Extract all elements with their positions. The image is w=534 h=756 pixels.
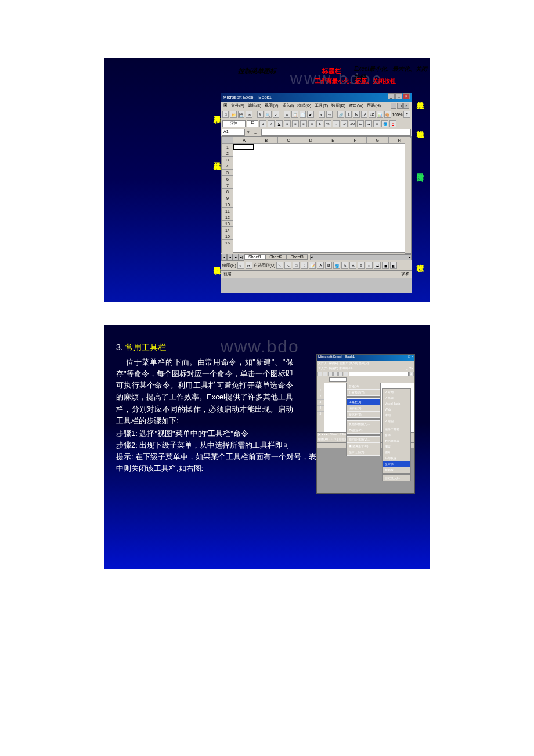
menu-view[interactable]: 视图(V): [265, 103, 278, 109]
rotate-icon[interactable]: ⟳: [246, 262, 252, 269]
drawing-icon[interactable]: 🎨: [384, 111, 391, 118]
name-box[interactable]: A1: [222, 129, 245, 136]
copy-icon[interactable]: 📋: [291, 111, 298, 118]
close-button[interactable]: ×: [403, 93, 410, 99]
align-center-icon[interactable]: ≡: [292, 120, 299, 127]
new-icon[interactable]: □: [222, 111, 229, 118]
col-header-g[interactable]: G: [367, 137, 389, 143]
col-header-a[interactable]: A: [233, 137, 255, 143]
maximize-button[interactable]: □: [395, 93, 402, 99]
tab-prev-icon[interactable]: ◂: [227, 254, 233, 261]
mail-icon[interactable]: ✉: [246, 111, 252, 118]
sort-asc-icon[interactable]: ↓A: [361, 111, 367, 118]
row-headers[interactable]: 1 2 3 4 5 6 7 8 9 10 11 12 13 14 15 16: [222, 144, 233, 253]
arrowstyle-icon[interactable]: ⇄: [374, 262, 381, 269]
comma-icon[interactable]: ,: [333, 120, 340, 127]
select-objects-icon[interactable]: ↖: [237, 262, 244, 269]
linestyle-icon[interactable]: ≡: [358, 262, 365, 269]
title-bar[interactable]: Microsoft Excel - Book1 _ □ ×: [221, 93, 412, 102]
linecolor-icon[interactable]: ✎: [341, 262, 348, 269]
chart-icon[interactable]: 📊: [377, 111, 383, 118]
textbox-icon[interactable]: 📝: [309, 262, 316, 269]
col-header-b[interactable]: B: [255, 137, 277, 143]
sheet-tab-2[interactable]: Sheet2: [265, 254, 286, 260]
rect-icon[interactable]: □: [293, 262, 300, 269]
draw-menu[interactable]: 绘图(R): [222, 262, 236, 268]
sum-icon[interactable]: Σ: [345, 111, 352, 118]
italic-icon[interactable]: I: [268, 120, 275, 127]
menu-edit[interactable]: 编辑(E): [248, 103, 261, 109]
menu-tools[interactable]: 工具(T): [315, 103, 328, 109]
sheet-tab-1[interactable]: Sheet1: [244, 254, 265, 260]
horizontal-scrollbar[interactable]: ◂▸: [310, 254, 412, 260]
doc-restore-button[interactable]: ❐: [397, 103, 403, 109]
active-cell[interactable]: [233, 144, 254, 150]
minimize-button[interactable]: _: [388, 93, 395, 99]
wordart-icon[interactable]: A: [317, 262, 324, 269]
worksheet-area[interactable]: A B C D E F G H 1 2 3 4 5 6 7 8: [221, 136, 412, 253]
bold-icon[interactable]: B: [259, 120, 266, 127]
hyperlink-icon[interactable]: 🔗: [337, 111, 344, 118]
menu-window[interactable]: 窗口(W): [349, 103, 363, 109]
inc-indent-icon[interactable]: ⇥: [365, 120, 372, 127]
vertical-scrollbar[interactable]: [405, 138, 412, 254]
percent-icon[interactable]: %: [324, 120, 331, 127]
col-header-d[interactable]: D: [300, 137, 322, 143]
sheet-tab-3[interactable]: Sheet3: [286, 254, 307, 260]
fontsize-selector[interactable]: 12: [247, 120, 258, 127]
fx-icon[interactable]: fx: [353, 111, 359, 118]
cell-grid[interactable]: [233, 144, 411, 253]
font-selector[interactable]: 宋体: [222, 120, 246, 127]
inc-decimal-icon[interactable]: .0: [341, 120, 348, 127]
undo-icon[interactable]: ↶: [319, 111, 325, 118]
menu-data[interactable]: 数据(D): [331, 103, 345, 109]
cut-icon[interactable]: ✂: [284, 111, 290, 118]
col-header-c[interactable]: C: [278, 137, 300, 143]
shadow-icon[interactable]: ◼: [382, 262, 389, 269]
currency-icon[interactable]: $: [316, 120, 323, 127]
oval-icon[interactable]: ○: [301, 262, 308, 269]
fillcolor2-icon[interactable]: 🪣: [333, 262, 340, 269]
line-icon[interactable]: ＼: [276, 262, 283, 269]
format-painter-icon[interactable]: 🖌: [307, 111, 313, 118]
spell-icon[interactable]: ✓: [273, 111, 279, 118]
menu-bar[interactable]: ▣ 文件(F) 编辑(E) 视图(V) 插入(I) 格式(O) 工具(T) 数据…: [221, 102, 412, 110]
zoom-value[interactable]: 100%: [392, 113, 403, 117]
sort-desc-icon[interactable]: ↓Z: [369, 111, 375, 118]
arrow-icon[interactable]: ↘: [284, 262, 291, 269]
help-icon[interactable]: ?: [403, 111, 410, 118]
tab-next-icon[interactable]: ▸: [233, 254, 239, 261]
mini-toolbars-submenu[interactable]: 常用 格式 Visual Basic Web 审阅 绘图 控件工具箱 窗体 数据…: [382, 388, 411, 481]
formula-bar[interactable]: [261, 129, 411, 136]
save-icon[interactable]: 💾: [238, 111, 244, 118]
menu-insert[interactable]: 插入(I): [282, 103, 294, 109]
fontcolor2-icon[interactable]: A: [349, 262, 356, 269]
paste-icon[interactable]: 📄: [300, 111, 306, 118]
open-icon[interactable]: 📂: [230, 111, 236, 118]
select-all-button[interactable]: [222, 137, 233, 143]
preview-icon[interactable]: 🔍: [265, 111, 271, 118]
dec-indent-icon[interactable]: ⇤: [357, 120, 364, 127]
col-header-f[interactable]: F: [344, 137, 366, 143]
dashstyle-icon[interactable]: ┄: [366, 262, 373, 269]
doc-close-button[interactable]: ×: [403, 103, 409, 109]
autoshapes-menu[interactable]: 自选图形(U): [254, 262, 276, 268]
underline-icon[interactable]: U: [276, 120, 283, 127]
menu-help[interactable]: 帮助(H): [367, 103, 381, 109]
tab-last-icon[interactable]: ▸|: [239, 254, 244, 261]
tab-first-icon[interactable]: |◂: [221, 254, 227, 261]
redo-icon[interactable]: ↷: [326, 111, 333, 118]
align-right-icon[interactable]: ≡: [300, 120, 307, 127]
borders-icon[interactable]: ⊞: [373, 120, 380, 127]
col-header-e[interactable]: E: [322, 137, 344, 143]
align-left-icon[interactable]: ≡: [284, 120, 291, 127]
dec-decimal-icon[interactable]: .00: [349, 120, 356, 127]
fontcolor-icon[interactable]: A: [389, 120, 396, 127]
print-icon[interactable]: 🖨: [257, 111, 264, 118]
mini-view-menu[interactable]: 普通(N) 分页预览(P) 工具栏(T) 编辑栏(F) 状态栏(S) 页眉和页脚…: [346, 383, 381, 456]
menu-format[interactable]: 格式(O): [297, 103, 311, 109]
menu-file[interactable]: 文件(F): [231, 103, 244, 109]
merge-icon[interactable]: ⊞: [308, 120, 315, 127]
doc-minimize-button[interactable]: _: [391, 103, 396, 109]
fillcolor-icon[interactable]: 🪣: [381, 120, 388, 127]
